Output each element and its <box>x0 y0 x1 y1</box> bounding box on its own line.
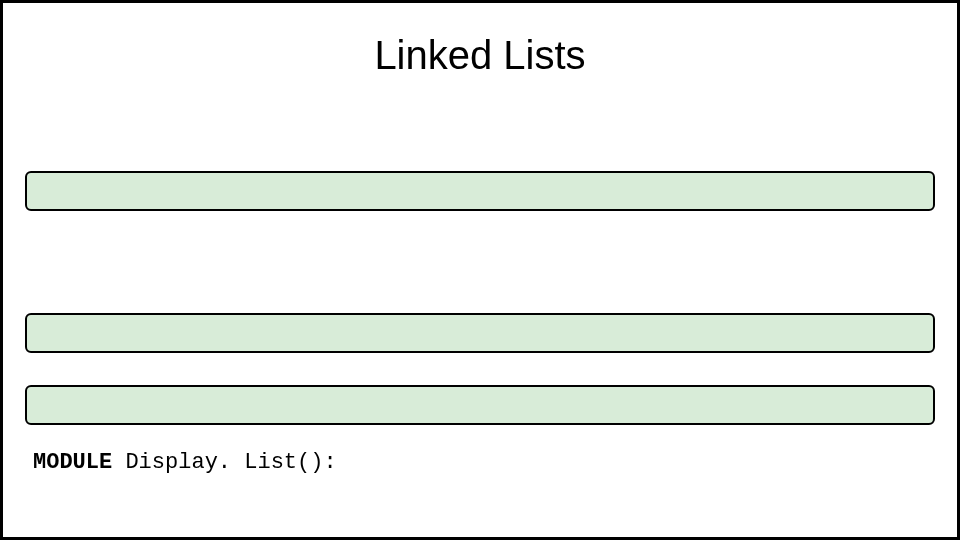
keyword-module: MODULE <box>33 450 112 475</box>
pseudocode-block: MODULE Display. List(): Node Current <- … <box>33 103 927 540</box>
slide-frame: Linked Lists MODULE Display. List(): Nod… <box>0 0 960 540</box>
code-text: Display. List(): <box>112 450 336 475</box>
slide-title: Linked Lists <box>33 33 927 78</box>
highlight-box <box>25 171 935 211</box>
highlight-box <box>25 313 935 353</box>
code-line: MODULE Display. List(): <box>33 444 927 482</box>
code-lines: MODULE Display. List(): Node Current <- … <box>33 376 927 540</box>
